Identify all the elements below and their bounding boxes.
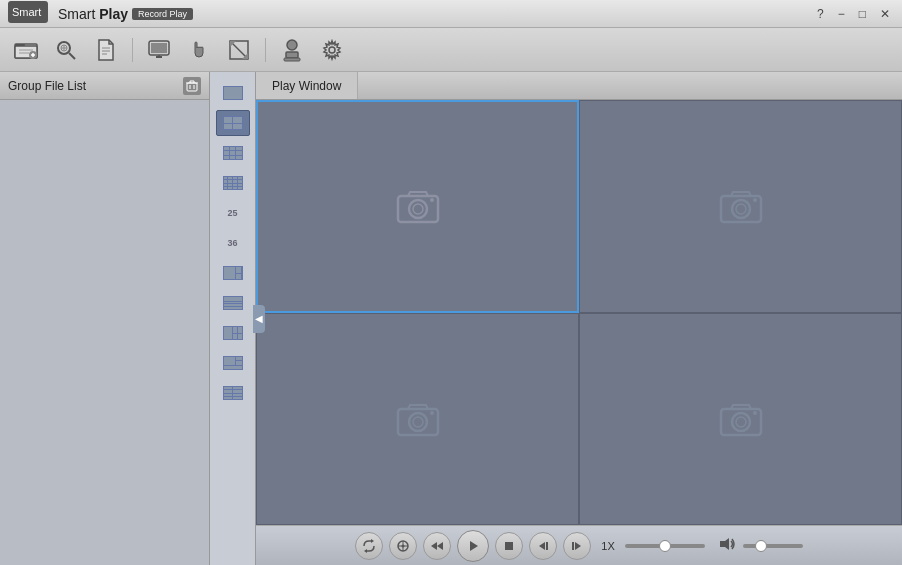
- svg-point-43: [736, 204, 746, 214]
- svg-point-26: [287, 40, 297, 50]
- volume-section: [719, 536, 803, 555]
- main-content: Group File List: [0, 72, 902, 565]
- svg-marker-67: [720, 538, 729, 550]
- snapshot-btn[interactable]: [389, 532, 417, 560]
- volume-slider[interactable]: [743, 544, 803, 548]
- restore-button[interactable]: □: [855, 6, 870, 22]
- stamp-btn[interactable]: [274, 33, 310, 67]
- file-list-content: [0, 100, 209, 565]
- layout-25-btn[interactable]: 25: [216, 200, 250, 226]
- loop-btn[interactable]: [355, 532, 383, 560]
- title-bar: Smart Smart Play Record Play ? − □ ✕: [0, 0, 902, 28]
- svg-point-51: [736, 417, 746, 427]
- svg-point-46: [409, 413, 427, 431]
- svg-point-58: [402, 544, 405, 547]
- grid-cell-1[interactable]: [256, 100, 579, 313]
- hand-btn[interactable]: [181, 33, 217, 67]
- svg-rect-19: [151, 43, 167, 53]
- stop-btn[interactable]: [495, 532, 523, 560]
- svg-text:Smart: Smart: [12, 6, 41, 18]
- play-area: Play Window: [256, 72, 902, 565]
- play-btn[interactable]: [457, 530, 489, 562]
- svg-rect-27: [286, 52, 298, 58]
- svg-rect-28: [284, 58, 300, 61]
- svg-marker-63: [539, 542, 545, 550]
- camera-icon-4: [716, 397, 766, 441]
- svg-line-11: [69, 53, 75, 59]
- next-frame-btn[interactable]: [563, 532, 591, 560]
- playback-bar: 1X: [256, 525, 902, 565]
- svg-marker-60: [437, 542, 443, 550]
- svg-point-42: [732, 200, 750, 218]
- app-title: Smart Smart Play Record Play: [8, 1, 193, 26]
- svg-point-52: [753, 411, 757, 415]
- play-tab: Play Window: [256, 72, 902, 100]
- toolbar: [0, 28, 902, 72]
- svg-point-48: [430, 411, 434, 415]
- monitor-btn[interactable]: [141, 33, 177, 67]
- layout-4-btn[interactable]: [216, 110, 250, 136]
- layout-special2-btn[interactable]: [216, 290, 250, 316]
- play-window-tab[interactable]: Play Window: [256, 72, 358, 99]
- minimize-button[interactable]: −: [834, 6, 849, 22]
- search-btn[interactable]: [48, 33, 84, 67]
- camera-icon-1: [393, 184, 443, 228]
- camera-icon-3: [393, 397, 443, 441]
- layout-file-btn[interactable]: [216, 380, 250, 406]
- svg-rect-66: [572, 542, 574, 550]
- svg-point-40: [430, 198, 434, 202]
- toolbar-separator-1: [132, 38, 133, 62]
- open-file-btn[interactable]: [8, 33, 44, 67]
- app-logo: Smart: [8, 1, 48, 26]
- file-list-title: Group File List: [8, 79, 86, 93]
- svg-marker-65: [575, 542, 581, 550]
- layout-special3-btn[interactable]: [216, 320, 250, 346]
- grid-cell-4[interactable]: [579, 313, 902, 526]
- grid-cell-3[interactable]: [256, 313, 579, 526]
- sidebar: Group File List: [0, 72, 210, 565]
- svg-point-50: [732, 413, 750, 431]
- svg-marker-54: [364, 549, 367, 553]
- close-button[interactable]: ✕: [876, 6, 894, 22]
- rewind-btn[interactable]: [423, 532, 451, 560]
- svg-point-47: [413, 417, 423, 427]
- app-title-text: Smart Play: [58, 6, 128, 22]
- svg-marker-61: [470, 541, 478, 551]
- title-controls: ? − □ ✕: [813, 6, 894, 22]
- layout-special1-btn[interactable]: [216, 260, 250, 286]
- layout-9-btn[interactable]: [216, 140, 250, 166]
- layout-16-btn[interactable]: [216, 170, 250, 196]
- layout-special4-btn[interactable]: [216, 350, 250, 376]
- svg-point-29: [329, 47, 335, 53]
- help-button[interactable]: ?: [813, 6, 828, 22]
- document-btn[interactable]: [88, 33, 124, 67]
- svg-point-44: [753, 198, 757, 202]
- speed-label: 1X: [597, 540, 618, 552]
- volume-icon: [719, 536, 737, 555]
- svg-rect-62: [505, 542, 513, 550]
- file-list-header: Group File List: [0, 72, 209, 100]
- toolbar-separator-2: [265, 38, 266, 62]
- svg-rect-30: [187, 83, 197, 91]
- svg-rect-64: [546, 542, 548, 550]
- resize-btn[interactable]: [221, 33, 257, 67]
- camera-icon-2: [716, 184, 766, 228]
- play-grid: [256, 100, 902, 525]
- layout-36-btn[interactable]: 36: [216, 230, 250, 256]
- svg-marker-53: [371, 539, 374, 543]
- settings-btn[interactable]: [314, 33, 350, 67]
- layout-1-btn[interactable]: [216, 80, 250, 106]
- grid-cell-2[interactable]: [579, 100, 902, 313]
- record-play-badge: Record Play: [132, 8, 193, 20]
- progress-slider[interactable]: [625, 544, 705, 548]
- collapse-panel-btn[interactable]: ◀: [253, 305, 265, 333]
- layout-panel: 25 36: [210, 72, 256, 565]
- svg-marker-59: [431, 542, 437, 550]
- svg-point-38: [409, 200, 427, 218]
- file-list-delete-btn[interactable]: [183, 77, 201, 95]
- prev-frame-btn[interactable]: [529, 532, 557, 560]
- svg-point-39: [413, 204, 423, 214]
